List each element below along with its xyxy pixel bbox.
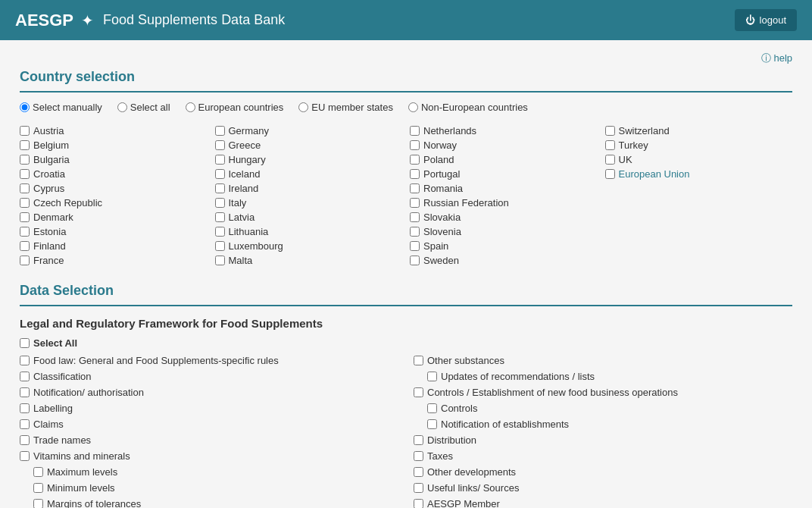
label-austria[interactable]: Austria <box>33 125 64 136</box>
checkbox-austria[interactable] <box>20 126 30 136</box>
label-notification-establishments[interactable]: Notification of establishments <box>441 419 569 430</box>
checkbox-vitamins[interactable] <box>20 451 30 461</box>
label-margins-tolerances[interactable]: Margins of tolerances <box>47 498 141 508</box>
label-classification[interactable]: Classification <box>33 371 92 382</box>
checkbox-bulgaria[interactable] <box>20 155 30 165</box>
radio-non-european[interactable]: Non-European countries <box>408 102 528 113</box>
label-slovakia[interactable]: Slovakia <box>423 212 461 223</box>
radio-select-all[interactable]: Select all <box>117 102 170 113</box>
checkbox-other-substances[interactable] <box>414 356 423 365</box>
label-croatia[interactable]: Croatia <box>33 168 65 180</box>
checkbox-eu[interactable] <box>605 169 615 179</box>
checkbox-slovenia[interactable] <box>410 227 420 237</box>
label-sweden[interactable]: Sweden <box>423 255 459 266</box>
checkbox-select-all[interactable] <box>20 338 30 348</box>
checkbox-czech[interactable] <box>20 198 30 208</box>
label-cyprus[interactable]: Cyprus <box>33 183 64 194</box>
checkbox-italy[interactable] <box>215 198 225 208</box>
label-updates-right[interactable]: Updates of recommendations / lists <box>441 371 595 382</box>
label-latvia[interactable]: Latvia <box>229 212 255 223</box>
label-distribution[interactable]: Distribution <box>427 434 476 446</box>
checkbox-other-developments[interactable] <box>414 467 423 477</box>
checkbox-trade-names[interactable] <box>20 435 30 445</box>
eu-link[interactable]: European Union <box>619 168 690 180</box>
radio-all-input[interactable] <box>117 102 127 112</box>
label-notification[interactable]: Notification/ authorisation <box>33 387 144 398</box>
label-eu[interactable]: European Union <box>619 168 690 180</box>
checkbox-poland[interactable] <box>410 155 420 165</box>
checkbox-notification[interactable] <box>20 387 30 397</box>
label-denmark[interactable]: Denmark <box>33 212 73 223</box>
label-spain[interactable]: Spain <box>423 240 448 252</box>
label-claims[interactable]: Claims <box>33 419 64 430</box>
label-czech[interactable]: Czech Republic <box>33 197 102 209</box>
checkbox-distribution[interactable] <box>414 435 423 445</box>
label-food-law[interactable]: Food law: General and Food Supplements-s… <box>33 355 279 366</box>
checkbox-lithuania[interactable] <box>215 227 225 237</box>
label-luxembourg[interactable]: Luxembourg <box>229 240 283 252</box>
checkbox-uk[interactable] <box>605 155 615 165</box>
checkbox-netherlands[interactable] <box>410 126 420 136</box>
label-ireland[interactable]: Ireland <box>229 183 259 194</box>
label-controls-establishment[interactable]: Controls / Establishment of new food bus… <box>427 387 678 398</box>
help-link[interactable]: ⓘ help <box>761 52 792 64</box>
checkbox-spain[interactable] <box>410 241 420 251</box>
radio-european[interactable]: European countries <box>186 102 284 113</box>
checkbox-sweden[interactable] <box>410 256 420 265</box>
checkbox-labelling[interactable] <box>20 403 30 413</box>
radio-select-manually[interactable]: Select manually <box>20 102 102 113</box>
checkbox-cyprus[interactable] <box>20 183 30 193</box>
checkbox-romania[interactable] <box>410 183 420 193</box>
label-russia[interactable]: Russian Federation <box>423 197 509 209</box>
label-other-substances[interactable]: Other substances <box>427 355 504 366</box>
checkbox-claims[interactable] <box>20 419 30 429</box>
label-estonia[interactable]: Estonia <box>33 226 66 237</box>
checkbox-notification-establishments[interactable] <box>427 419 437 429</box>
checkbox-aesgp-member[interactable] <box>414 499 423 508</box>
checkbox-updates-right[interactable] <box>427 372 437 381</box>
label-aesgp-member[interactable]: AESGP Member <box>427 498 500 508</box>
checkbox-denmark[interactable] <box>20 212 30 222</box>
label-malta[interactable]: Malta <box>229 255 253 266</box>
checkbox-max-levels[interactable] <box>33 467 43 477</box>
checkbox-luxembourg[interactable] <box>215 241 225 251</box>
checkbox-iceland[interactable] <box>215 169 225 179</box>
label-germany[interactable]: Germany <box>229 125 269 136</box>
label-bulgaria[interactable]: Bulgaria <box>33 154 70 165</box>
radio-non-european-input[interactable] <box>408 102 418 112</box>
checkbox-taxes[interactable] <box>414 451 423 461</box>
label-uk[interactable]: UK <box>619 154 632 165</box>
checkbox-useful-links[interactable] <box>414 483 423 493</box>
checkbox-switzerland[interactable] <box>605 126 615 136</box>
checkbox-croatia[interactable] <box>20 169 30 179</box>
checkbox-portugal[interactable] <box>410 169 420 179</box>
checkbox-min-levels[interactable] <box>33 483 43 493</box>
label-iceland[interactable]: Iceland <box>229 168 261 180</box>
label-controls[interactable]: Controls <box>441 403 477 414</box>
checkbox-turkey[interactable] <box>605 140 615 150</box>
checkbox-classification[interactable] <box>20 372 30 381</box>
checkbox-controls-establishment[interactable] <box>414 387 423 397</box>
radio-eu-member[interactable]: EU member states <box>298 102 393 113</box>
label-trade-names[interactable]: Trade names <box>33 434 91 446</box>
label-belgium[interactable]: Belgium <box>33 140 69 151</box>
label-taxes[interactable]: Taxes <box>427 450 453 462</box>
label-other-developments[interactable]: Other developments <box>427 466 516 478</box>
checkbox-finland[interactable] <box>20 241 30 251</box>
label-lithuania[interactable]: Lithuania <box>229 226 269 237</box>
label-useful-links[interactable]: Useful links/ Sources <box>427 482 519 494</box>
checkbox-france[interactable] <box>20 256 30 265</box>
checkbox-greece[interactable] <box>215 140 225 150</box>
checkbox-russia[interactable] <box>410 198 420 208</box>
label-max-levels[interactable]: Maximum levels <box>47 466 117 478</box>
select-all-label[interactable]: Select All <box>33 337 77 349</box>
label-netherlands[interactable]: Netherlands <box>423 125 476 136</box>
label-portugal[interactable]: Portugal <box>423 168 460 180</box>
logout-button[interactable]: ⏻ logout <box>735 9 797 31</box>
checkbox-belgium[interactable] <box>20 140 30 150</box>
label-turkey[interactable]: Turkey <box>619 140 648 151</box>
label-norway[interactable]: Norway <box>423 140 457 151</box>
label-slovenia[interactable]: Slovenia <box>423 226 461 237</box>
checkbox-ireland[interactable] <box>215 183 225 193</box>
label-labelling[interactable]: Labelling <box>33 403 73 414</box>
